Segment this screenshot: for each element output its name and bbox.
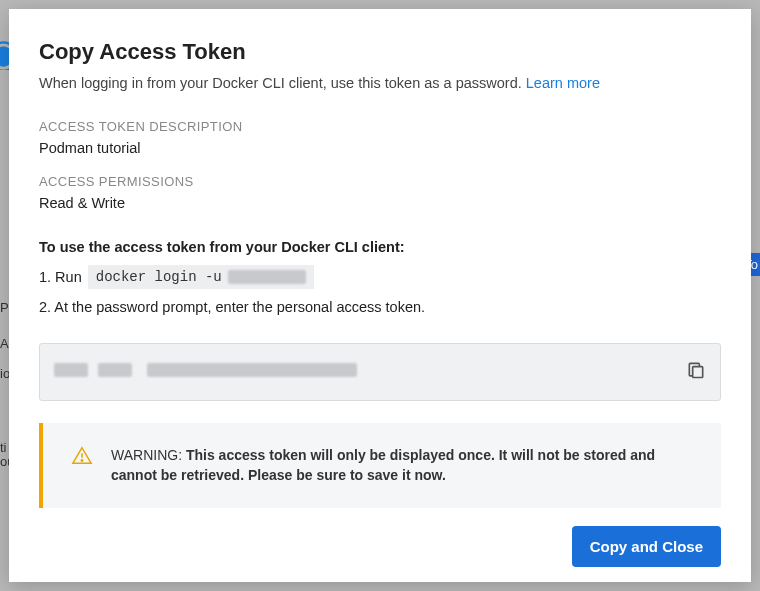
warning-text: WARNING: This access token will only be … xyxy=(111,445,701,486)
instruction-step-1: 1. Run docker login -u xyxy=(39,265,721,289)
warning-body: This access token will only be displayed… xyxy=(111,447,655,483)
step1-prefix: 1. Run xyxy=(39,269,82,285)
instruction-step-2: 2. At the password prompt, enter the per… xyxy=(39,299,721,315)
svg-rect-0 xyxy=(693,367,703,378)
modal-footer: Copy and Close xyxy=(39,508,721,567)
modal-title: Copy Access Token xyxy=(39,39,721,65)
permissions-value: Read & Write xyxy=(39,195,721,211)
warning-lead: WARNING: xyxy=(111,447,182,463)
login-command-visible: docker login -u xyxy=(96,269,222,285)
description-value: Podman tutorial xyxy=(39,140,721,156)
copy-icon[interactable] xyxy=(686,360,706,384)
token-display-box xyxy=(39,343,721,401)
copy-and-close-button[interactable]: Copy and Close xyxy=(572,526,721,567)
copy-access-token-modal: Copy Access Token When logging in from y… xyxy=(9,9,751,582)
description-label: ACCESS TOKEN DESCRIPTION xyxy=(39,119,721,134)
learn-more-link[interactable]: Learn more xyxy=(526,75,600,91)
redacted-token xyxy=(54,363,357,381)
warning-icon xyxy=(71,445,93,471)
warning-banner: WARNING: This access token will only be … xyxy=(39,423,721,508)
redacted-username xyxy=(228,270,306,284)
instructions-header: To use the access token from your Docker… xyxy=(39,239,721,255)
modal-subtitle: When logging in from your Docker CLI cli… xyxy=(39,75,721,91)
login-command: docker login -u xyxy=(88,265,314,289)
step2-text: 2. At the password prompt, enter the per… xyxy=(39,299,425,315)
subtitle-text: When logging in from your Docker CLI cli… xyxy=(39,75,526,91)
permissions-label: ACCESS PERMISSIONS xyxy=(39,174,721,189)
bg-fragment: ti xyxy=(0,440,7,455)
svg-point-2 xyxy=(81,460,82,461)
